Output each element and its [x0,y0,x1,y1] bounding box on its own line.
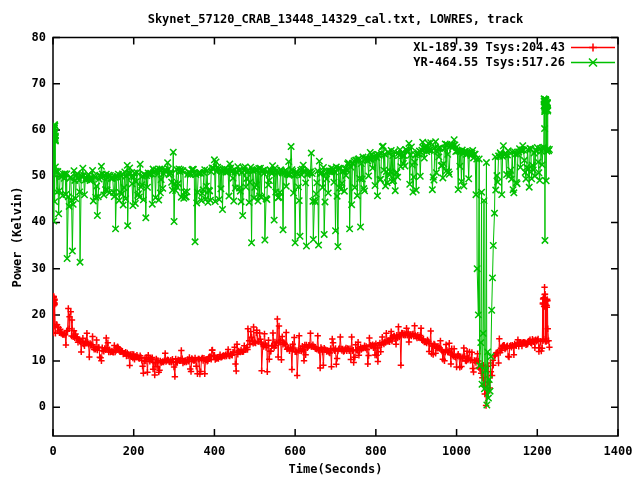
x-tick-label: 800 [336,445,416,458]
y-tick-label: 0 [0,400,46,413]
y-tick-label: 80 [0,31,46,44]
gnuplot-figure: Skynet_57120_CRAB_13448_14329_cal.txt, L… [0,0,640,480]
x-tick-label: 400 [174,445,254,458]
plot-canvas [0,0,640,480]
y-tick-label: 70 [0,77,46,90]
y-tick-label: 40 [0,215,46,228]
x-tick-label: 1000 [417,445,497,458]
chart-title: Skynet_57120_CRAB_13448_14329_cal.txt, L… [53,13,618,26]
x-axis-label: Time(Seconds) [53,463,618,476]
y-tick-label: 10 [0,354,46,367]
y-tick-label: 30 [0,262,46,275]
y-tick-label: 20 [0,308,46,321]
x-tick-label: 200 [94,445,174,458]
y-tick-label: 60 [0,123,46,136]
x-tick-label: 0 [13,445,93,458]
legend-label-yr: YR-464.55 Tsys:517.26 [413,56,565,69]
legend-label-xl: XL-189.39 Tsys:204.43 [413,41,565,54]
x-tick-label: 1200 [497,445,577,458]
y-tick-label: 50 [0,169,46,182]
x-tick-label: 600 [255,445,335,458]
x-tick-label: 1400 [578,445,640,458]
